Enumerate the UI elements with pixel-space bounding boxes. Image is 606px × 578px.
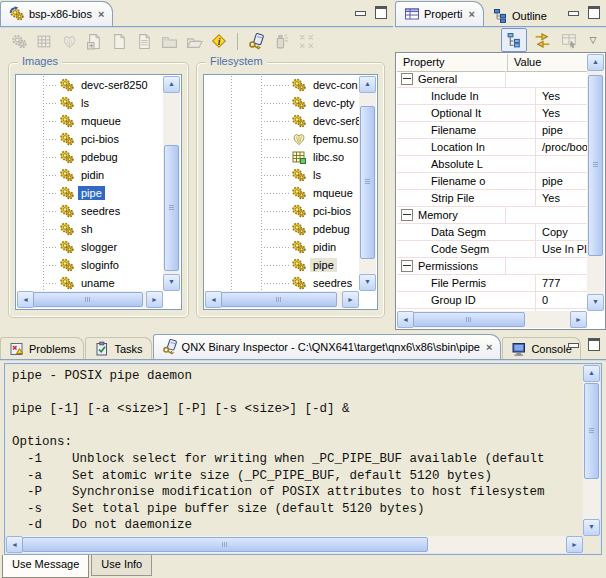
expander-minus-icon[interactable]	[401, 73, 413, 85]
property-row[interactable]: Memory	[397, 207, 587, 224]
property-row[interactable]: Include In Yes	[397, 88, 587, 105]
info-icon[interactable]	[207, 30, 231, 52]
close-icon[interactable]: ×	[486, 341, 492, 353]
scroll-left-button[interactable]: ◄	[17, 291, 34, 308]
scrollbar-thumb[interactable]	[164, 145, 179, 272]
scroll-right-button[interactable]: ►	[146, 291, 163, 308]
vertical-scrollbar[interactable]: ▲▼	[583, 365, 600, 536]
expander-minus-icon[interactable]	[401, 260, 413, 272]
tree-item[interactable]: devc-ser8250	[205, 112, 359, 130]
property-row[interactable]: Permissions	[397, 258, 587, 275]
close-icon[interactable]: ×	[98, 8, 104, 20]
scroll-down-button[interactable]: ▼	[359, 274, 376, 291]
minimize-button[interactable]	[565, 337, 582, 351]
tree-item[interactable]: sloginfo	[17, 256, 163, 274]
property-row[interactable]: Absolute L	[397, 156, 587, 173]
tree-item[interactable]: devc-ser8250	[17, 76, 163, 94]
scroll-right-button[interactable]: ►	[566, 536, 583, 553]
show-tree-button[interactable]	[501, 28, 527, 52]
tree-item[interactable]: mqueue	[17, 112, 163, 130]
scroll-right-button[interactable]: ►	[570, 311, 587, 328]
scroll-left-button[interactable]: ◄	[205, 291, 222, 308]
scroll-up-button[interactable]: ▲	[587, 54, 604, 71]
dump-icon[interactable]	[269, 30, 293, 52]
images-tree[interactable]: devc-ser8250 ls mqueue pci-bios pdebug p…	[15, 74, 182, 310]
tree-item[interactable]: pipe	[205, 256, 359, 274]
scroll-up-button[interactable]: ▲	[163, 76, 180, 93]
value-column-header[interactable]: Value	[508, 54, 587, 71]
minimize-button[interactable]	[565, 5, 582, 19]
footer-tab[interactable]: Use Message	[2, 555, 89, 578]
scrollbar-thumb[interactable]	[588, 75, 603, 257]
horizontal-scrollbar[interactable]: ◄►	[397, 311, 587, 328]
scroll-down-button[interactable]: ▼	[163, 274, 180, 291]
property-row[interactable]: Strip File Yes	[397, 190, 587, 207]
property-column-header[interactable]: Property	[397, 54, 508, 71]
scroll-left-button[interactable]: ◄	[6, 536, 23, 553]
property-row[interactable]: Data Segm Copy	[397, 224, 587, 241]
pin-button[interactable]	[530, 29, 554, 51]
scrollbar-thumb[interactable]	[360, 106, 375, 259]
combine-icon[interactable]	[294, 30, 318, 52]
tree-item[interactable]: ls	[205, 166, 359, 184]
scroll-up-button[interactable]: ▲	[583, 365, 600, 382]
tree-item[interactable]: pidin	[17, 166, 163, 184]
property-row[interactable]: Group ID 0	[397, 292, 587, 309]
tree-item[interactable]: sh	[17, 220, 163, 238]
bottom-tab[interactable]: Problems ×	[0, 337, 84, 359]
tree-item[interactable]: pdebug	[17, 148, 163, 166]
tree-item[interactable]: uname	[17, 274, 163, 291]
restore-value-button[interactable]	[557, 29, 581, 51]
maximize-button[interactable]	[373, 5, 390, 19]
scroll-up-button[interactable]: ▲	[359, 76, 376, 93]
expander-minus-icon[interactable]	[401, 209, 413, 221]
property-row[interactable]: File Permis 777	[397, 275, 587, 292]
tree-item[interactable]: pidin	[205, 238, 359, 256]
tree-item[interactable]: pipe	[17, 184, 163, 202]
tab-outline[interactable]: Outline	[484, 5, 555, 26]
tab-properties[interactable]: Properti ×	[395, 1, 484, 26]
scrollbar-thumb[interactable]	[413, 312, 525, 327]
binary-inspector-icon[interactable]	[244, 30, 268, 52]
bottom-tab[interactable]: Tasks ×	[85, 337, 151, 359]
vertical-scrollbar[interactable]: ▲▼	[587, 54, 604, 311]
tree-item[interactable]: mqueue	[205, 184, 359, 202]
scrollbar-thumb[interactable]	[221, 292, 337, 307]
tree-item[interactable]: slogger	[17, 238, 163, 256]
scrollbar-thumb[interactable]	[33, 292, 143, 307]
bottom-tab[interactable]: QNX Binary Inspector - C:\QNX641\target\…	[153, 334, 502, 359]
tree-item[interactable]: pci-bios	[17, 130, 163, 148]
tree-item[interactable]: seedres	[17, 202, 163, 220]
property-row[interactable]: Optional It Yes	[397, 105, 587, 122]
scroll-left-button[interactable]: ◄	[397, 311, 414, 328]
maximize-button[interactable]	[586, 5, 603, 19]
scrollbar-thumb[interactable]	[22, 537, 428, 552]
folder-icon[interactable]	[157, 30, 181, 52]
property-row[interactable]: General	[397, 71, 587, 88]
horizontal-scrollbar[interactable]: ◄►	[17, 291, 163, 308]
gears-icon[interactable]	[7, 30, 31, 52]
new-file-icon[interactable]	[107, 30, 131, 52]
script-file-icon[interactable]	[132, 30, 156, 52]
minimize-button[interactable]	[352, 5, 369, 19]
close-icon[interactable]: ×	[469, 8, 475, 20]
horizontal-scrollbar[interactable]: ◄►	[205, 291, 359, 308]
property-row[interactable]: Filename o pipe	[397, 173, 587, 190]
shell-icon[interactable]	[57, 30, 81, 52]
usage-text[interactable]: pipe - POSIX pipe daemon pipe [-1] [-a <…	[12, 368, 580, 535]
scroll-down-button[interactable]: ▼	[587, 294, 604, 311]
tree-item[interactable]: devc-pty	[205, 94, 359, 112]
footer-tab[interactable]: Use Info	[91, 555, 152, 576]
property-row[interactable]: Code Segm Use In Place	[397, 241, 587, 258]
add-library-icon[interactable]	[32, 30, 56, 52]
scroll-down-button[interactable]: ▼	[583, 519, 600, 536]
copy-file-icon[interactable]	[82, 30, 106, 52]
tree-item[interactable]: ls	[17, 94, 163, 112]
view-menu-button[interactable]: ▽	[584, 35, 602, 45]
tab-bsp-x86-bios[interactable]: bsp-x86-bios ×	[0, 1, 113, 26]
vertical-scrollbar[interactable]: ▲▼	[359, 76, 376, 291]
tree-item[interactable]: libc.so	[205, 148, 359, 166]
filesystem-tree[interactable]: devc-con devc-pty devc-ser8250 fpemu.so.…	[203, 74, 378, 310]
tree-item[interactable]: devc-con	[205, 76, 359, 94]
tree-item[interactable]: pci-bios	[205, 202, 359, 220]
